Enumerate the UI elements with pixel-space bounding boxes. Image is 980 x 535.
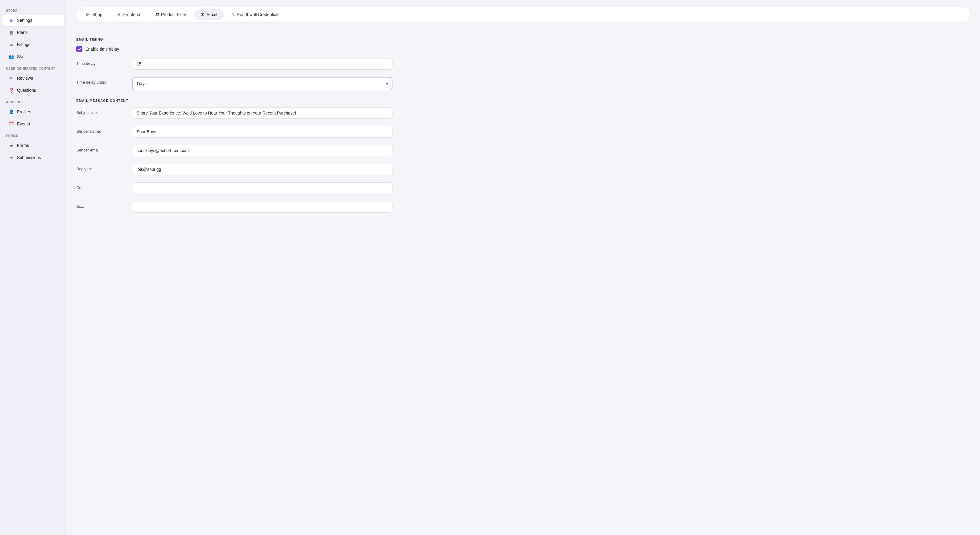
- sidebar-item-plans[interactable]: ▦ Plans: [2, 27, 64, 38]
- enable-time-delay-label: Enable time delay: [85, 47, 119, 51]
- sidebar: STORE ⚙ Settings ▦ Plans ▭ Billings 👥 St…: [0, 0, 67, 535]
- main-content: 🛍 Shop 🖥 Frontend 🏷 Product Filter ✉ Ema…: [67, 0, 980, 535]
- time-delay-units-wrap: Days Hours Minutes ▾: [132, 77, 393, 90]
- forms-section-label: FORMS: [0, 130, 67, 139]
- sidebar-item-events[interactable]: 📅 Events: [2, 118, 64, 130]
- sender-email-input-wrap: [132, 145, 393, 156]
- sender-name-input-wrap: [132, 126, 393, 137]
- forms-icon: ☰: [8, 143, 14, 148]
- ugc-section-label: USER-GENERATED CONTENT: [0, 63, 67, 72]
- store-section-label: STORE: [0, 5, 67, 14]
- sender-email-label: Sender email:: [76, 145, 125, 152]
- fourthwall-icon: fw: [232, 13, 235, 17]
- time-delay-input[interactable]: [132, 58, 393, 70]
- bcc-row: Bcc:: [76, 201, 970, 213]
- tab-frontend[interactable]: 🖥 Frontend: [110, 9, 147, 20]
- time-delay-label: Time delay:: [76, 58, 125, 66]
- sender-email-row: Sender email:: [76, 145, 970, 156]
- bcc-label: Bcc:: [76, 201, 125, 209]
- questions-icon: ❓: [8, 88, 14, 93]
- audience-section-label: AUDIENCE: [0, 96, 67, 106]
- enable-time-delay-checkbox[interactable]: [76, 46, 83, 52]
- reply-to-input[interactable]: [132, 164, 393, 175]
- enable-time-delay-row: Enable time delay: [76, 46, 970, 52]
- reviews-icon: ✏: [8, 75, 14, 81]
- cc-input-wrap: [132, 182, 393, 194]
- time-delay-input-wrap: [132, 58, 393, 70]
- sidebar-item-forms[interactable]: ☰ Forms: [2, 140, 64, 151]
- product-filter-icon: 🏷: [155, 12, 159, 17]
- sidebar-item-profiles[interactable]: 👤 Profiles: [2, 106, 64, 118]
- tab-bar: 🛍 Shop 🖥 Frontend 🏷 Product Filter ✉ Ema…: [76, 7, 970, 22]
- sidebar-item-billings[interactable]: ▭ Billings: [2, 39, 64, 50]
- email-tab-icon: ✉: [201, 12, 204, 17]
- sidebar-item-settings[interactable]: ⚙ Settings: [2, 14, 64, 26]
- sidebar-item-submissions[interactable]: ☰ Submissions: [2, 152, 64, 163]
- time-delay-units-label: Time delay units:: [76, 77, 125, 84]
- cc-label: Cc:: [76, 182, 125, 190]
- time-delay-units-row: Time delay units: Days Hours Minutes ▾: [76, 77, 970, 90]
- shop-icon: 🛍: [86, 12, 90, 17]
- email-message-title: EMAIL MESSAGE CONTENT: [76, 99, 970, 102]
- bcc-input[interactable]: [132, 201, 393, 213]
- staff-icon: 👥: [8, 54, 14, 59]
- email-timing-title: EMAIL TIMING: [76, 38, 970, 41]
- plans-icon: ▦: [8, 30, 14, 35]
- subject-label: Subject line:: [76, 107, 125, 115]
- content-area: EMAIL TIMING Enable time delay Time dela…: [67, 27, 980, 535]
- reply-to-input-wrap: [132, 164, 393, 175]
- subject-input-wrap: [132, 107, 393, 119]
- subject-input[interactable]: [132, 107, 393, 119]
- time-delay-units-select[interactable]: Days Hours Minutes: [132, 77, 393, 90]
- cc-input[interactable]: [132, 182, 393, 194]
- submissions-icon: ☰: [8, 155, 14, 160]
- profiles-icon: 👤: [8, 109, 14, 115]
- tab-email[interactable]: ✉ Email: [194, 9, 224, 20]
- bcc-input-wrap: [132, 201, 393, 213]
- settings-icon: ⚙: [8, 18, 14, 23]
- sidebar-item-questions[interactable]: ❓ Questions: [2, 84, 64, 96]
- subject-line-row: Subject line:: [76, 107, 970, 119]
- sender-name-input[interactable]: [132, 126, 393, 137]
- sidebar-item-reviews[interactable]: ✏ Reviews: [2, 72, 64, 84]
- frontend-icon: 🖥: [117, 12, 121, 17]
- sender-name-row: Sender name:: [76, 126, 970, 137]
- tab-shop[interactable]: 🛍 Shop: [80, 9, 109, 20]
- time-delay-row: Time delay:: [76, 58, 970, 70]
- tab-product-filter[interactable]: 🏷 Product Filter: [148, 9, 193, 20]
- billings-icon: ▭: [8, 42, 14, 47]
- tab-fourthwall[interactable]: fw Fourthwall Credentials: [225, 9, 286, 20]
- sender-name-label: Sender name:: [76, 126, 125, 134]
- reply-to-row: Reply to:: [76, 164, 970, 175]
- events-icon: 📅: [8, 121, 14, 127]
- sender-email-input[interactable]: [132, 145, 393, 156]
- cc-row: Cc:: [76, 182, 970, 194]
- reply-to-label: Reply to:: [76, 164, 125, 171]
- sidebar-item-staff[interactable]: 👥 Staff: [2, 51, 64, 62]
